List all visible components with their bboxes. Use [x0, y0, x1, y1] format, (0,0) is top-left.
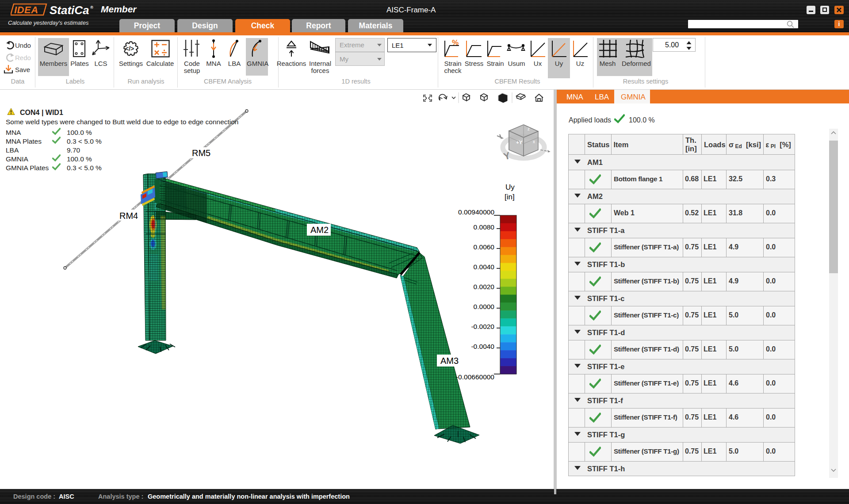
svg-text:-0.0040: -0.0040 [471, 343, 494, 350]
svg-text:IDEA: IDEA [14, 4, 38, 15]
svg-text:-0.0020: -0.0020 [471, 323, 494, 330]
svg-text:0.0060: 0.0060 [474, 243, 495, 251]
svg-text:Y: Y [502, 150, 512, 162]
svg-text:-0.00660000: -0.00660000 [456, 373, 494, 381]
svg-text:0.0080: 0.0080 [474, 223, 495, 231]
svg-text:[in]: [in] [505, 193, 515, 201]
svg-text:</>: </> [125, 45, 134, 52]
svg-text:®: ® [90, 5, 93, 10]
svg-text:Uy: Uy [505, 183, 515, 191]
svg-text:0.0040: 0.0040 [474, 263, 495, 271]
svg-text:AM2: AM2 [310, 225, 329, 235]
svg-text:z: z [528, 126, 530, 131]
svg-text:0.00940000: 0.00940000 [458, 208, 494, 216]
svg-text:StatiCa: StatiCa [50, 4, 89, 17]
svg-text:+Y: +Y [516, 140, 523, 145]
svg-text:0.0000: 0.0000 [474, 303, 495, 310]
svg-text:0.0020: 0.0020 [474, 283, 495, 290]
svg-text:AM3: AM3 [440, 356, 459, 366]
svg-text:RM5: RM5 [192, 148, 210, 158]
svg-text:RM4: RM4 [119, 211, 138, 221]
svg-text:x: x [533, 139, 535, 144]
svg-text:%: % [452, 39, 459, 47]
